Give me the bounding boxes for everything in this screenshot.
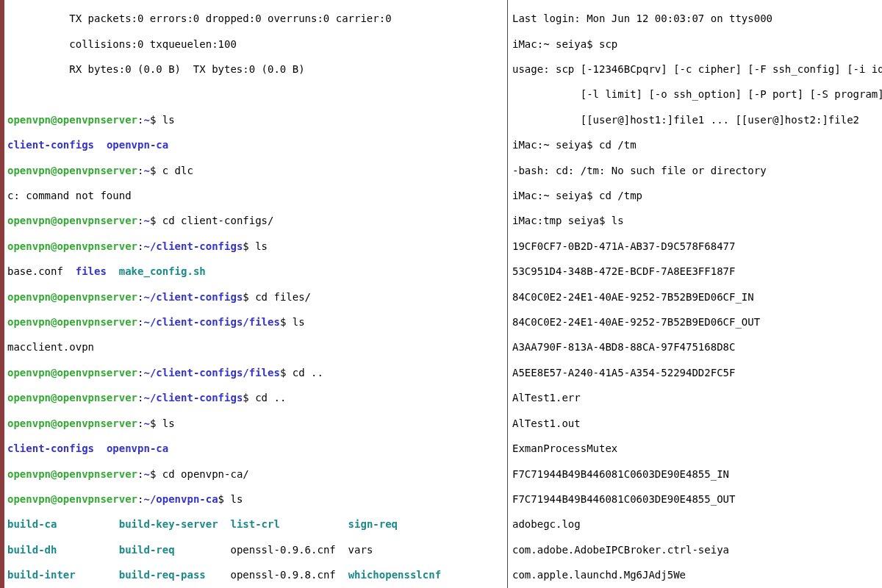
right-terminal-pane[interactable]: Last login: Mon Jun 12 00:03:07 on ttys0… [508,0,882,588]
ls-output: base.conf files make_config.sh [7,265,507,278]
ls-output: adobegc.log [512,518,882,531]
prompt-line: openvpn@openvpnserver:~/client-configs/f… [7,367,507,379]
ls-output: A5EE8E57-A240-41A5-A354-52294DD2FC5F [512,367,882,379]
ls-output: client-configs openvpn-ca [7,442,507,455]
ls-output: 19CF0CF7-0B2D-471A-AB37-D9C578F68477 [512,240,882,253]
left-terminal-pane[interactable]: TX packets:0 errors:0 dropped:0 overruns… [0,0,508,588]
ls-output: build-dh build-req openssl-0.9.6.cnf var… [7,544,507,556]
terminal-split-screen: TX packets:0 errors:0 dropped:0 overruns… [0,0,882,588]
blank-line [7,88,507,101]
prompt-line: openvpn@openvpnserver:~$ c dlc [7,165,507,177]
prompt-line: openvpn@openvpnserver:~$ cd openvpn-ca/ [7,468,507,481]
netstat-line: collisions:0 txqueuelen:100 [7,38,507,51]
prompt-line: openvpn@openvpnserver:~$ cd client-confi… [7,215,507,227]
netstat-line: TX packets:0 errors:0 dropped:0 overruns… [7,12,507,25]
netstat-line: RX bytes:0 (0.0 B) TX bytes:0 (0.0 B) [7,63,507,76]
login-line: Last login: Mon Jun 12 00:03:07 on ttys0… [512,12,882,25]
ls-output: F7C71944B49B446081C0603DE90E4855_OUT [512,493,882,506]
ls-output: F7C71944B49B446081C0603DE90E4855_IN [512,468,882,481]
prompt-line: openvpn@openvpnserver:~$ ls [7,114,507,126]
error-output: c: command not found [7,190,507,202]
ls-output: com.adobe.AdobeIPCBroker.ctrl-seiya [512,544,882,556]
ls-output: build-inter build-req-pass openssl-0.9.8… [7,569,507,581]
prompt-line: openvpn@openvpnserver:~/client-configs$ … [7,291,507,304]
ls-output: client-configs openvpn-ca [7,139,507,151]
prompt-line: openvpn@openvpnserver:~$ ls [7,417,507,430]
prompt-line: openvpn@openvpnserver:~/client-configs$ … [7,240,507,253]
ls-output: AlTest1.out [512,417,882,430]
prompt-line: iMac:~ seiya$ cd /tm [512,139,882,151]
error-output: -bash: cd: /tm: No such file or director… [512,165,882,177]
prompt-line: openvpn@openvpnserver:~/openvpn-ca$ ls [7,493,507,506]
prompt-line: openvpn@openvpnserver:~/client-configs$ … [7,392,507,404]
usage-line: [-l limit] [-o ssh_option] [-P port] [-S… [512,88,882,101]
ls-output: A3AA790F-813A-4BD8-88CA-97F475168D8C [512,341,882,354]
prompt-line: iMac:~ seiya$ cd /tmp [512,190,882,202]
ls-output: 84C0C0E2-24E1-40AE-9252-7B52B9ED06CF_IN [512,291,882,304]
ls-output: 53C951D4-348B-472E-BCDF-7A8EE3FF187F [512,265,882,278]
prompt-line: openvpn@openvpnserver:~/client-configs/f… [7,316,507,329]
prompt-line: iMac:tmp seiya$ ls [512,215,882,227]
usage-line: usage: scp [-12346BCpqrv] [-c cipher] [-… [512,63,882,76]
ls-output: AlTest1.err [512,392,882,404]
prompt-line: iMac:~ seiya$ scp [512,38,882,51]
ls-output: 84C0C0E2-24E1-40AE-9252-7B52B9ED06CF_OUT [512,316,882,329]
ls-output: com.apple.launchd.Mg6JAdj5We [512,569,882,581]
ls-output: ExmanProcessMutex [512,442,882,455]
ls-output: build-ca build-key-server list-crl sign-… [7,518,507,531]
usage-line: [[user@]host1:]file1 ... [[user@]host2:]… [512,114,882,126]
ls-output: macclient.ovpn [7,341,507,354]
